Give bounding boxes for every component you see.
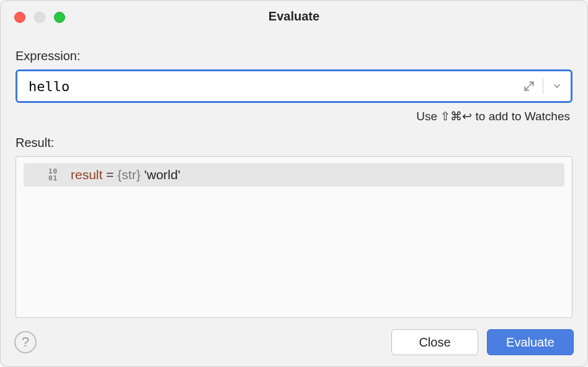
help-button[interactable]: ? (14, 331, 37, 353)
result-row[interactable]: 10 01 result = {str} 'world' (24, 163, 564, 187)
result-value: 'world' (145, 167, 180, 182)
result-type: {str} (117, 167, 140, 182)
window-title: Evaluate (1, 9, 587, 24)
expression-field-container (16, 69, 572, 103)
titlebar: Evaluate (1, 1, 587, 30)
history-dropdown-icon[interactable] (543, 71, 571, 101)
result-equals: = (106, 167, 117, 182)
expand-icon[interactable] (515, 71, 543, 101)
watches-hint: Use ⇧⌘↩ to add to Watches (16, 109, 572, 123)
expression-actions (515, 71, 571, 101)
evaluate-dialog: Evaluate Expression: (0, 0, 588, 367)
expression-label: Expression: (16, 49, 572, 63)
binary-icon: 10 01 (48, 167, 65, 183)
evaluate-button[interactable]: Evaluate (487, 329, 574, 355)
result-panel: 10 01 result = {str} 'world' (16, 156, 572, 318)
result-text: result = {str} 'world' (71, 167, 180, 182)
dialog-footer: ? Close Evaluate (1, 318, 587, 366)
close-button[interactable]: Close (391, 329, 478, 355)
result-variable-name: result (71, 167, 102, 182)
dialog-body: Expression: (1, 30, 587, 318)
result-label: Result: (16, 136, 572, 150)
expression-input[interactable] (17, 71, 515, 101)
